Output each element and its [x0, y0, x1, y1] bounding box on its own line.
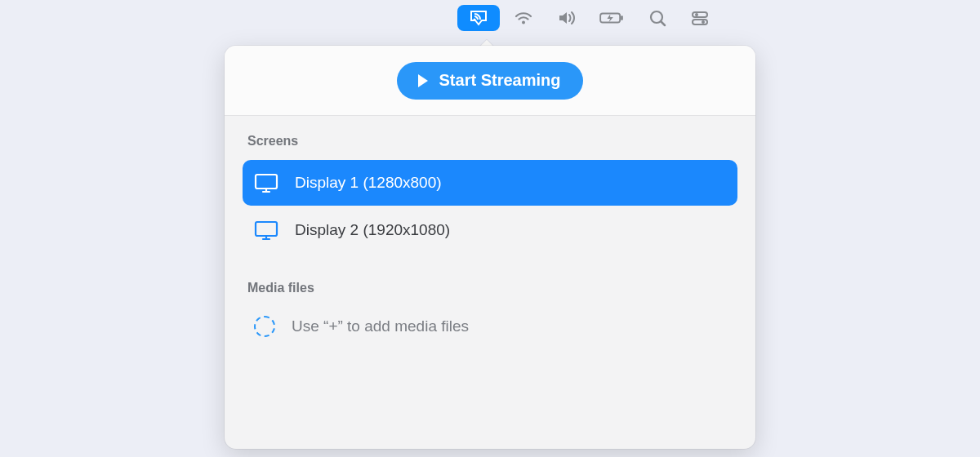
monitor-icon [254, 172, 278, 193]
play-icon [415, 73, 430, 89]
media-section: Media files Use “+” to add media files [225, 253, 755, 346]
streaming-popover: Start Streaming Screens Display 1 (1280x… [225, 46, 755, 449]
screens-heading: Screens [243, 134, 737, 149]
media-placeholder-row: Use “+” to add media files [243, 307, 737, 346]
volume-icon[interactable] [547, 5, 585, 31]
media-heading: Media files [243, 281, 737, 295]
screens-section: Screens Display 1 (1280x800) Display 2 (… [225, 116, 755, 253]
screen-row-display-2[interactable]: Display 2 (1920x1080) [243, 207, 737, 253]
monitor-icon [254, 220, 278, 241]
menubar [457, 5, 719, 31]
media-placeholder-label: Use “+” to add media files [292, 317, 469, 335]
screen-row-display-1[interactable]: Display 1 (1280x800) [243, 160, 737, 206]
add-placeholder-icon [254, 316, 275, 337]
start-streaming-label: Start Streaming [439, 71, 561, 90]
airplay-icon[interactable] [457, 5, 500, 31]
search-icon[interactable] [639, 5, 676, 31]
screen-label: Display 2 (1920x1080) [295, 221, 450, 239]
start-streaming-button[interactable]: Start Streaming [397, 62, 584, 100]
control-center-icon[interactable] [681, 5, 719, 31]
battery-charging-icon[interactable] [590, 5, 634, 31]
popover-header: Start Streaming [225, 46, 755, 116]
screen-label: Display 1 (1280x800) [295, 174, 442, 192]
wifi-icon[interactable] [505, 5, 542, 31]
